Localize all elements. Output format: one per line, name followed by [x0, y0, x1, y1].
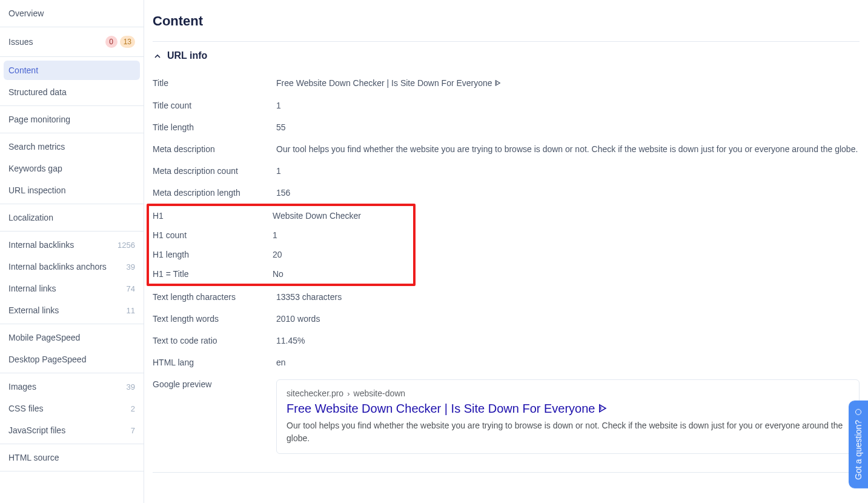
sidebar-count: 39: [127, 262, 135, 271]
info-label: Text to code ratio: [153, 336, 276, 345]
sidebar-item-css-files[interactable]: CSS files2: [0, 398, 144, 419]
info-value: 55: [276, 122, 860, 132]
sidebar-item-label: URL inspection: [8, 185, 65, 195]
info-value: 156: [276, 188, 860, 198]
sidebar-item-issues[interactable]: Issues 0 13: [0, 30, 144, 54]
sidebar-item-label: Page monitoring: [8, 115, 70, 124]
row-meta-description-length: Meta description length 156: [153, 182, 860, 204]
google-preview-card: sitechecker.pro › website-down Free Webs…: [276, 379, 860, 454]
info-label: H1 count: [153, 230, 273, 240]
sidebar-item-localization[interactable]: Localization: [0, 207, 144, 228]
sidebar-item-content[interactable]: Content: [4, 61, 140, 80]
info-label: Text length characters: [153, 292, 276, 302]
sidebar-item-label: Keywords gap: [8, 164, 62, 173]
sidebar-item-overview[interactable]: Overview: [0, 2, 144, 24]
chat-icon: [855, 409, 861, 415]
row-google-preview: Google preview sitechecker.pro › website…: [153, 373, 860, 460]
info-label: Meta description count: [153, 166, 276, 176]
sidebar-item-label: Internal links: [8, 284, 56, 293]
info-value: No: [273, 269, 409, 279]
info-value: 20: [273, 250, 409, 259]
row-meta-description: Meta description Our tool helps you find…: [153, 138, 860, 160]
sidebar-item-label: Overview: [8, 8, 44, 18]
gp-description: Our tool helps you find whether the webs…: [287, 419, 849, 445]
info-value: 13353 characters: [276, 292, 860, 302]
info-label: Meta description length: [153, 188, 276, 198]
gp-path: website-down: [354, 388, 406, 398]
sidebar-item-label: Desktop PageSpeed: [8, 355, 86, 364]
info-label: Meta description: [153, 144, 276, 154]
sidebar: Overview Issues 0 13 Content Structured …: [0, 0, 144, 503]
row-html-lang: HTML lang en: [153, 351, 860, 373]
sidebar-item-label: Images: [8, 382, 36, 391]
info-value: 1: [276, 166, 860, 176]
info-label: Google preview: [153, 379, 276, 389]
sidebar-item-keywords-gap[interactable]: Keywords gap: [0, 158, 144, 179]
chevron-right-icon: ›: [347, 389, 350, 398]
sidebar-item-url-inspection[interactable]: URL inspection: [0, 179, 144, 201]
badge-warning: 13: [120, 36, 135, 48]
help-tab-label: Got a question?: [853, 420, 863, 480]
info-value: 2010 words: [276, 314, 860, 324]
gp-domain: sitechecker.pro: [287, 388, 343, 398]
sidebar-item-label: CSS files: [8, 404, 44, 413]
sidebar-item-external-links[interactable]: External links11: [0, 299, 144, 321]
info-label: Title length: [153, 122, 276, 132]
sidebar-item-internal-backlinks[interactable]: Internal backlinks1256: [0, 234, 144, 256]
sidebar-item-internal-links[interactable]: Internal links74: [0, 278, 144, 299]
sidebar-item-label: Search metrics: [8, 142, 65, 152]
sidebar-item-label: Mobile PageSpeed: [8, 333, 80, 342]
info-value: Website Down Checker: [273, 211, 409, 221]
sidebar-item-label: Issues: [8, 37, 33, 47]
divider: [153, 41, 860, 42]
gp-title: Free Website Down Checker | Is Site Down…: [287, 402, 849, 416]
highlight-h1-block: H1 Website Down Checker H1 count 1 H1 le…: [147, 204, 416, 286]
row-h1-length: H1 length 20: [153, 245, 409, 264]
sidebar-item-search-metrics[interactable]: Search metrics: [0, 136, 144, 158]
sidebar-count: 11: [127, 306, 135, 315]
sidebar-item-mobile-pagespeed[interactable]: Mobile PageSpeed: [0, 327, 144, 348]
divider: [153, 472, 860, 473]
help-tab-button[interactable]: Got a question?: [849, 401, 868, 488]
section-toggle-url-info[interactable]: URL info: [153, 50, 860, 61]
issues-badges: 0 13: [105, 36, 135, 48]
info-value: 11.45%: [276, 336, 860, 345]
row-meta-description-count: Meta description count 1: [153, 160, 860, 182]
sidebar-item-label: Localization: [8, 213, 53, 222]
info-value: Free Website Down Checker | Is Site Down…: [276, 78, 860, 88]
section-title: URL info: [167, 50, 207, 61]
row-text-to-code-ratio: Text to code ratio 11.45%: [153, 330, 860, 351]
sidebar-item-html-source[interactable]: HTML source: [0, 447, 144, 468]
info-label: H1 length: [153, 250, 273, 259]
sidebar-item-page-monitoring[interactable]: Page monitoring: [0, 108, 144, 130]
row-h1-count: H1 count 1: [153, 225, 409, 245]
sidebar-item-javascript-files[interactable]: JavaScript files7: [0, 419, 144, 441]
sidebar-item-label: Structured data: [8, 87, 67, 97]
badge-critical: 0: [105, 36, 118, 48]
row-title: Title Free Website Down Checker | Is Sit…: [153, 72, 860, 95]
sidebar-count: 39: [127, 382, 135, 391]
info-label: Title count: [153, 101, 276, 110]
main-content: Content URL info Title Free Website Down…: [144, 0, 868, 503]
sidebar-item-label: HTML source: [8, 453, 59, 462]
info-value: 1: [273, 230, 409, 240]
sidebar-item-label: Internal backlinks: [8, 240, 74, 250]
row-title-length: Title length 55: [153, 116, 860, 138]
info-label: HTML lang: [153, 358, 276, 367]
sidebar-item-images[interactable]: Images39: [0, 376, 144, 398]
chevron-up-icon: [153, 52, 161, 60]
info-value: Our tool helps you find whether the webs…: [276, 144, 860, 154]
info-label: Title: [153, 78, 276, 88]
row-text-length-characters: Text length characters 13353 characters: [153, 286, 860, 308]
info-label: H1: [153, 211, 273, 221]
sidebar-count: 7: [131, 426, 135, 435]
sidebar-item-internal-backlinks-anchors[interactable]: Internal backlinks anchors39: [0, 256, 144, 278]
row-h1-equals-title: H1 = Title No: [153, 264, 409, 284]
sidebar-item-label: Internal backlinks anchors: [8, 262, 107, 271]
info-value: en: [276, 358, 860, 367]
sidebar-item-desktop-pagespeed[interactable]: Desktop PageSpeed: [0, 348, 144, 370]
sidebar-count: 2: [131, 404, 135, 413]
info-value: 1: [276, 101, 860, 110]
row-text-length-words: Text length words 2010 words: [153, 308, 860, 330]
sidebar-item-structured-data[interactable]: Structured data: [0, 81, 144, 103]
